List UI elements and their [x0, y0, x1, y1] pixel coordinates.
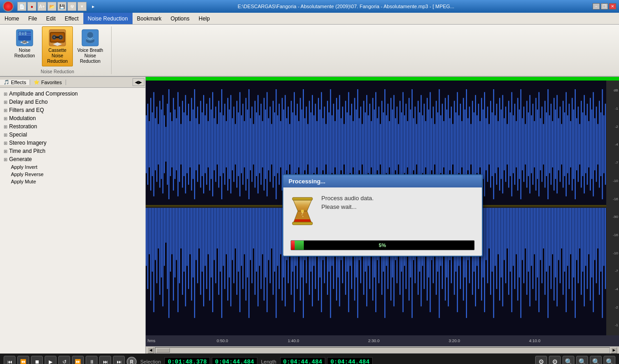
open-icon[interactable]: 📂 [47, 2, 56, 11]
menu-file[interactable]: File [24, 13, 41, 24]
expand-icon: ⊞ [4, 124, 7, 129]
tree-item-filters[interactable]: ⊞ Filters and EQ [0, 106, 145, 114]
window-controls[interactable]: − ❐ ✕ [593, 3, 616, 10]
svg-rect-5 [22, 32, 24, 35]
minimize-button[interactable]: − [593, 3, 600, 10]
menu-effect[interactable]: Effect [60, 13, 83, 24]
tool3-button[interactable]: 🔍 [563, 356, 574, 364]
menu-options[interactable]: Options [166, 13, 194, 24]
tree-item-stereo[interactable]: ⊞ Stereo Imagery [0, 139, 145, 147]
go-to-end-button[interactable]: ⏭ [113, 356, 125, 364]
loop-button[interactable]: ↺ [58, 356, 70, 364]
expand-icon: ⊞ [4, 132, 7, 137]
tree-label-restoration: Restoration [9, 123, 37, 130]
tree-child-apply-mute[interactable]: Apply Mute [0, 178, 145, 185]
svg-point-17 [87, 32, 93, 38]
apply-reverse-label: Apply Reverse [11, 172, 44, 177]
cassette-noise-reduction-label: Cassette NoiseReduction [44, 48, 71, 64]
dialog-title: Processing... [283, 175, 482, 187]
hourglass-icon [291, 197, 314, 229]
progress-label: 5% [379, 243, 386, 248]
menu-help[interactable]: Help [194, 13, 215, 24]
record-button[interactable]: R [127, 357, 137, 364]
voice-breath-icon [81, 29, 99, 47]
sidebar: 🎵 Effects ⭐ Favorites ◀▶ ⊞ Amplitude and… [0, 77, 146, 354]
effects-icon: 🎵 [4, 80, 9, 85]
tool2-button[interactable]: ⚙ [549, 356, 561, 364]
tree-label-time: Time and Pitch [9, 148, 46, 154]
tool5-button[interactable]: 🔍 [590, 356, 602, 364]
new-icon[interactable]: 📄 [17, 2, 26, 11]
length-end-display: 0:04:44.484 [327, 357, 373, 364]
progress-bar: 5% [291, 240, 475, 250]
svg-rect-651 [301, 210, 304, 212]
favorites-icon: ⭐ [34, 80, 39, 85]
tree-child-apply-reverse[interactable]: Apply Reverse [0, 171, 145, 178]
expand-icon: ⊞ [4, 141, 7, 146]
tree-label-special: Special [9, 131, 27, 138]
tree-item-time[interactable]: ⊞ Time and Pitch [0, 147, 145, 155]
tree-label-stereo: Stereo Imagery [9, 140, 46, 146]
expand-icon: ⊞ [4, 149, 7, 154]
svg-point-655 [302, 216, 303, 217]
tool1-button[interactable]: ⚙ [535, 356, 547, 364]
noise-reduction-button[interactable]: NR NoiseReduction [9, 26, 40, 66]
selection-start-display: 0:01:48.378 [164, 357, 210, 364]
dialog-footer: 5% [283, 237, 482, 256]
font-icon[interactable]: A+ [37, 2, 46, 11]
tool4-button[interactable]: 🔍 [576, 356, 588, 364]
tree-item-restoration[interactable]: ⊞ Restoration [0, 122, 145, 131]
voice-breath-noise-reduction-label: Voice BreathNoise Reduction [77, 48, 103, 64]
tree-item-special[interactable]: ⊞ Special [0, 131, 145, 139]
pause-button[interactable]: ⏸ [86, 356, 97, 364]
quick-access-toolbar: 📄 ● A+ 📂 💾 ☢ ▼ [17, 2, 87, 11]
forward-button[interactable]: ⏩ [72, 356, 84, 364]
stop-button[interactable]: ⏹ [31, 356, 43, 364]
dropdown-icon[interactable]: ▼ [77, 2, 87, 11]
save-icon[interactable]: 💾 [57, 2, 67, 11]
voice-breath-noise-reduction-button[interactable]: Voice BreathNoise Reduction [75, 26, 106, 66]
tab-favorites[interactable]: ⭐ Favorites [30, 80, 66, 85]
tool6-button[interactable]: 🔍 [604, 356, 615, 364]
cassette-noise-reduction-icon [48, 29, 67, 47]
tree-item-generate[interactable]: ⊞ Generate [0, 155, 145, 163]
svg-rect-650 [292, 197, 312, 200]
svg-point-653 [302, 212, 303, 213]
tab-effects[interactable]: 🎵 Effects [0, 80, 30, 85]
tree-label-modulation: Modulation [9, 115, 36, 121]
close-button[interactable]: ✕ [609, 3, 616, 10]
cassette-noise-reduction-button[interactable]: Cassette NoiseReduction [42, 26, 73, 66]
progress-bar-red [291, 241, 295, 250]
record-indicator [3, 1, 14, 12]
ribbon-group-noise-reduction: NR NoiseReduction [4, 26, 112, 74]
sidebar-nav-button[interactable]: ◀▶ [133, 78, 144, 86]
tree-child-apply-invert[interactable]: Apply Invert [0, 163, 145, 171]
skip-to-start-button[interactable]: ⏮ [4, 356, 15, 364]
record-icon[interactable]: ● [27, 2, 36, 11]
burn-icon[interactable]: ☢ [67, 2, 77, 11]
menu-bookmark[interactable]: Bookmark [133, 13, 166, 24]
restore-button[interactable]: ❐ [601, 3, 608, 10]
tree-item-amplitude[interactable]: ⊞ Amplitude and Compression [0, 90, 145, 98]
menu-noise-reduction[interactable]: Noise Reduction [83, 13, 133, 24]
expand-icon: ⊞ [4, 116, 7, 121]
apply-invert-label: Apply Invert [11, 164, 37, 170]
title-bar-left: 📄 ● A+ 📂 💾 ☢ ▼ ▸ [3, 1, 95, 12]
effects-tree: ⊞ Amplitude and Compression ⊞ Delay and … [0, 88, 145, 187]
title-bar: 📄 ● A+ 📂 💾 ☢ ▼ ▸ E:\DESCARGAS\Fangoria -… [0, 0, 619, 13]
dialog-message: Process audio data. Please wait... [322, 195, 374, 210]
tree-label-filters: Filters and EQ [9, 107, 44, 113]
transport-bar: ⏮ ⏪ ⏹ ▶ ↺ ⏩ ⏸ ⏭ ⏭ R Selection 0:01:48.37… [0, 354, 619, 364]
waveform-area: dB dB -1 -2 -4 -7 -10 -16 -90 -16 -10 -7… [146, 77, 619, 354]
tree-item-modulation[interactable]: ⊞ Modulation [0, 114, 145, 122]
tab-favorites-label: Favorites [41, 80, 61, 85]
ribbon: NR NoiseReduction [0, 25, 619, 77]
menu-bar: Home File Edit Effect Noise Reduction Bo… [0, 13, 619, 25]
tree-item-delay[interactable]: ⊞ Delay and Echo [0, 98, 145, 106]
play-button[interactable]: ▶ [45, 356, 56, 364]
menu-home[interactable]: Home [0, 13, 24, 24]
rewind-button[interactable]: ⏪ [17, 356, 29, 364]
length-start-display: 0:04:44.484 [280, 357, 326, 364]
menu-edit[interactable]: Edit [41, 13, 60, 24]
skip-to-end-button[interactable]: ⏭ [99, 356, 111, 364]
